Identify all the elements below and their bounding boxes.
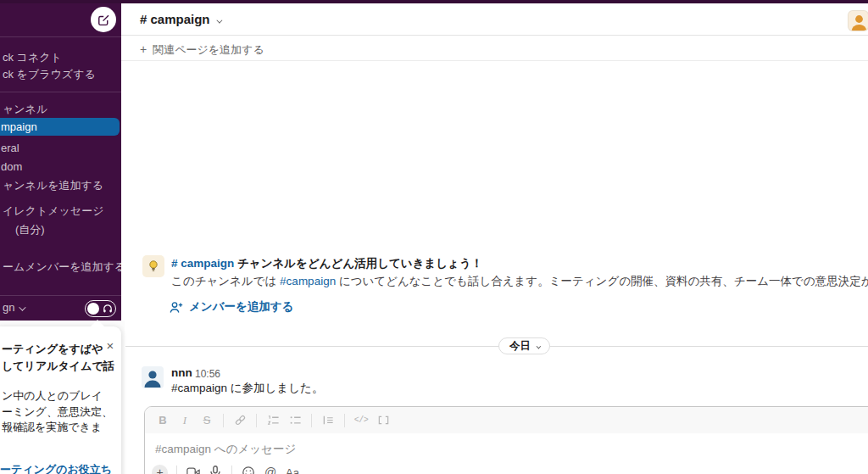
toolbar-separator bbox=[344, 414, 345, 427]
popup-body-line2: ーミング、意思決定、 bbox=[2, 404, 113, 420]
sidebar-channel-general[interactable]: eral bbox=[0, 139, 121, 157]
blockquote-icon bbox=[322, 414, 335, 427]
compose-button[interactable] bbox=[91, 7, 116, 32]
sidebar-item-browse-slack[interactable]: ck をブラウズする bbox=[0, 65, 121, 83]
new-message-icon bbox=[97, 14, 110, 26]
welcome-title: # campaign チャンネルをどんどん活用していきましょう！ bbox=[171, 256, 482, 271]
microphone-icon bbox=[209, 466, 221, 474]
message-composer: B I S bbox=[144, 406, 868, 474]
welcome-body-post: についてどんなことでも話し合えます。ミーティングの開催、資料の共有、チーム一体で… bbox=[336, 275, 868, 287]
link-icon bbox=[234, 414, 247, 427]
person-icon bbox=[849, 11, 868, 31]
top-nav-strip bbox=[0, 0, 868, 3]
dm-section-header[interactable]: イレクトメッセージ bbox=[0, 202, 121, 220]
italic-button[interactable]: I bbox=[175, 410, 195, 431]
welcome-title-text: チャンネルをどんどん活用していきましょう！ bbox=[234, 257, 482, 270]
plus-icon: + bbox=[140, 42, 147, 56]
headphones-icon bbox=[103, 304, 113, 314]
date-divider-button[interactable]: 今日 bbox=[498, 337, 550, 354]
message-text: #campaign に参加しました。 bbox=[171, 381, 323, 396]
bold-button[interactable]: B bbox=[153, 410, 173, 431]
chevron-down-icon bbox=[216, 18, 222, 24]
toolbar-separator bbox=[311, 414, 312, 427]
blockquote-button[interactable] bbox=[318, 410, 338, 431]
bookmark-bar: +関連ページを追加する bbox=[121, 36, 868, 61]
code-block-button[interactable] bbox=[373, 410, 393, 431]
add-bookmark-label: 関連ページを追加する bbox=[153, 43, 264, 56]
popup-caret bbox=[90, 320, 105, 327]
popup-headline-line2: してリアルタイムで話 bbox=[2, 359, 114, 374]
date-divider-line bbox=[125, 346, 868, 347]
welcome-body: このチャンネルでは #campaign についてどんなことでも話し合えます。ミー… bbox=[171, 274, 868, 289]
popup-headline-line1: ーティングをすばや bbox=[2, 342, 103, 357]
toggle-knob bbox=[87, 303, 99, 315]
huddle-toggle[interactable] bbox=[85, 300, 116, 317]
lightbulb-icon bbox=[147, 259, 160, 273]
video-clip-button[interactable] bbox=[182, 461, 204, 474]
popup-body-line1: ン中の人とのブレイ bbox=[2, 388, 103, 404]
sidebar-add-channel[interactable]: ャンネルを追加する bbox=[0, 176, 121, 194]
date-divider-label: 今日 bbox=[509, 340, 531, 352]
welcome-body-pre: このチャンネルでは bbox=[171, 275, 280, 287]
sidebar-divider bbox=[0, 36, 121, 37]
message-timestamp[interactable]: 10:56 bbox=[195, 368, 220, 380]
link-button[interactable] bbox=[230, 410, 250, 431]
add-members-button[interactable]: メンバーを追加する bbox=[170, 299, 293, 315]
strikethrough-button[interactable]: S bbox=[197, 410, 217, 431]
channel-title-button[interactable]: # campaign bbox=[140, 12, 220, 26]
sidebar-dm-self[interactable]: (自分) bbox=[0, 220, 121, 238]
chevron-down-icon bbox=[19, 304, 26, 310]
lightbulb-badge bbox=[142, 255, 164, 277]
welcome-channel-link[interactable]: # campaign bbox=[171, 257, 234, 270]
message-input[interactable]: #campaign へのメッセージ bbox=[155, 442, 296, 457]
emoji-button[interactable] bbox=[237, 461, 259, 474]
huddle-bar: gn bbox=[0, 295, 121, 321]
message-avatar[interactable] bbox=[142, 366, 164, 388]
formatting-toolbar: B I S bbox=[145, 407, 868, 433]
format-toggle-button[interactable]: Aa bbox=[281, 461, 303, 474]
attach-button[interactable]: + bbox=[152, 465, 168, 474]
audio-clip-button[interactable] bbox=[204, 461, 226, 474]
sidebar-add-teammates[interactable]: ームメンバーを追加する bbox=[0, 258, 121, 276]
actions-separator bbox=[176, 466, 177, 474]
ordered-list-button[interactable] bbox=[263, 410, 283, 431]
mention-button[interactable]: @ bbox=[259, 461, 281, 474]
workspace-sidebar: ck コネクト ck をブラウズする ャンネル mpaign eral dom … bbox=[0, 3, 121, 295]
sidebar-divider bbox=[0, 92, 121, 92]
sidebar-item-slack-connect[interactable]: ck コネクト bbox=[0, 48, 121, 66]
sidebar-channel-campaign[interactable]: mpaign bbox=[0, 118, 120, 136]
add-members-label: メンバーを追加する bbox=[189, 299, 293, 315]
message-author[interactable]: nnn bbox=[171, 366, 192, 379]
huddle-channel-name: gn bbox=[3, 301, 14, 314]
composer-actions: + @ Aa bbox=[148, 461, 303, 474]
popup-help-link[interactable]: ーティングのお役立ち bbox=[0, 462, 112, 474]
toolbar-separator bbox=[223, 414, 224, 427]
channel-name: # campaign bbox=[140, 12, 210, 26]
sidebar-channel-random[interactable]: dom bbox=[0, 158, 121, 176]
main-channel-area: # campaign +関連ページを追加する # campaign bbox=[121, 3, 868, 474]
toolbar-separator bbox=[256, 414, 257, 427]
code-block-icon bbox=[377, 414, 390, 427]
chevron-down-icon bbox=[537, 344, 542, 349]
bullet-list-icon bbox=[289, 414, 302, 427]
actions-separator bbox=[231, 466, 232, 474]
add-bookmark-button[interactable]: +関連ページを追加する bbox=[140, 42, 264, 58]
bullet-list-button[interactable] bbox=[285, 410, 305, 431]
person-plus-icon bbox=[170, 301, 183, 314]
video-camera-icon bbox=[186, 466, 200, 474]
smiley-icon bbox=[242, 466, 255, 474]
popup-body-line3: 報確認を実施できま bbox=[2, 420, 102, 435]
code-button[interactable]: </> bbox=[351, 410, 371, 431]
member-avatar-button[interactable] bbox=[848, 10, 868, 31]
welcome-body-channel-link[interactable]: #campaign bbox=[280, 275, 336, 287]
channels-section-header[interactable]: ャンネル bbox=[0, 100, 121, 118]
huddle-channel-label[interactable]: gn bbox=[3, 301, 24, 314]
channel-header: # campaign bbox=[121, 3, 868, 36]
popup-close-button[interactable]: × bbox=[103, 339, 117, 353]
ordered-list-icon bbox=[267, 414, 280, 427]
person-icon bbox=[142, 366, 164, 388]
slack-app-window: # campaign +関連ページを追加する # campaign bbox=[0, 0, 868, 474]
